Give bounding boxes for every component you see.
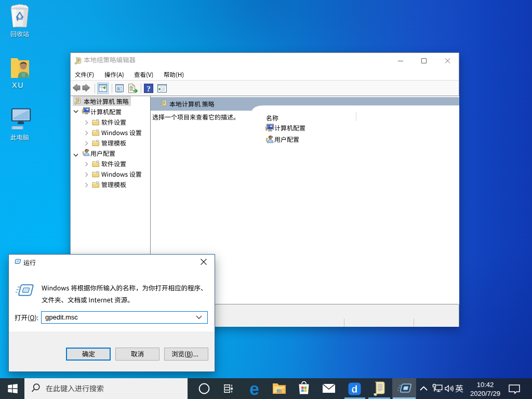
svg-text:?: ? <box>147 85 151 93</box>
